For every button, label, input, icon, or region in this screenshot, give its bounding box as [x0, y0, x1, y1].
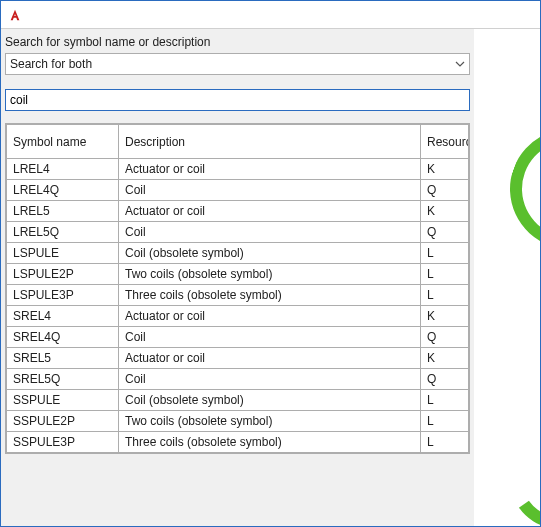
- cell-description: Actuator or coil: [119, 306, 421, 327]
- cell-symbol: LREL4: [7, 159, 119, 180]
- table-row[interactable]: SREL5QCoilQ: [7, 369, 469, 390]
- table-row[interactable]: SSPULECoil (obsolete symbol)L: [7, 390, 469, 411]
- preview-pane: [474, 29, 540, 526]
- preview-graphic-icon: [502, 421, 540, 526]
- table-row[interactable]: SREL4Actuator or coilK: [7, 306, 469, 327]
- table-row[interactable]: LREL5QCoilQ: [7, 222, 469, 243]
- cell-description: Three coils (obsolete symbol): [119, 432, 421, 453]
- cell-resource: Q: [421, 222, 469, 243]
- content-area: Search for symbol name or description Se…: [1, 29, 540, 526]
- cell-description: Actuator or coil: [119, 159, 421, 180]
- cell-resource: K: [421, 306, 469, 327]
- cell-resource: L: [421, 285, 469, 306]
- combo-value: Search for both: [10, 57, 92, 71]
- cell-description: Actuator or coil: [119, 201, 421, 222]
- cell-resource: K: [421, 201, 469, 222]
- cell-symbol: SREL5: [7, 348, 119, 369]
- table-row[interactable]: SSPULE3PThree coils (obsolete symbol)L: [7, 432, 469, 453]
- cell-symbol: SREL4Q: [7, 327, 119, 348]
- table-row[interactable]: LREL5Actuator or coilK: [7, 201, 469, 222]
- cell-symbol: LSPULE3P: [7, 285, 119, 306]
- cell-resource: L: [421, 243, 469, 264]
- spacer: [5, 75, 470, 89]
- cell-description: Coil: [119, 222, 421, 243]
- table-row[interactable]: LSPULE3PThree coils (obsolete symbol)L: [7, 285, 469, 306]
- cell-description: Two coils (obsolete symbol): [119, 411, 421, 432]
- cell-symbol: LREL4Q: [7, 180, 119, 201]
- table-row[interactable]: SREL4QCoilQ: [7, 327, 469, 348]
- cell-description: Actuator or coil: [119, 348, 421, 369]
- cell-symbol: SREL5Q: [7, 369, 119, 390]
- cell-resource: L: [421, 411, 469, 432]
- cell-description: Three coils (obsolete symbol): [119, 285, 421, 306]
- table-header-row: Symbol name Description Resource categor…: [7, 125, 469, 159]
- col-header-description[interactable]: Description: [119, 125, 421, 159]
- cell-symbol: LREL5: [7, 201, 119, 222]
- search-input[interactable]: [5, 89, 470, 111]
- cell-description: Coil (obsolete symbol): [119, 390, 421, 411]
- cell-resource: L: [421, 432, 469, 453]
- results-table-wrap: Symbol name Description Resource categor…: [5, 123, 470, 454]
- table-row[interactable]: SSPULE2PTwo coils (obsolete symbol)L: [7, 411, 469, 432]
- cell-resource: Q: [421, 327, 469, 348]
- table-row[interactable]: LSPULECoil (obsolete symbol)L: [7, 243, 469, 264]
- table-row[interactable]: SREL5Actuator or coilK: [7, 348, 469, 369]
- cell-description: Coil: [119, 369, 421, 390]
- titlebar: [1, 1, 540, 29]
- col-header-resource[interactable]: Resource category: [421, 125, 469, 159]
- cell-resource: Q: [421, 369, 469, 390]
- search-pane: Search for symbol name or description Se…: [1, 29, 474, 526]
- dialog-window: Search for symbol name or description Se…: [0, 0, 541, 527]
- cell-symbol: SREL4: [7, 306, 119, 327]
- cell-description: Two coils (obsolete symbol): [119, 264, 421, 285]
- search-label: Search for symbol name or description: [5, 33, 470, 53]
- cell-symbol: LSPULE: [7, 243, 119, 264]
- results-table: Symbol name Description Resource categor…: [6, 124, 469, 453]
- cell-resource: K: [421, 159, 469, 180]
- cell-symbol: LSPULE2P: [7, 264, 119, 285]
- cell-symbol: SSPULE3P: [7, 432, 119, 453]
- cell-description: Coil: [119, 180, 421, 201]
- table-row[interactable]: LSPULE2PTwo coils (obsolete symbol)L: [7, 264, 469, 285]
- search-scope-combo[interactable]: Search for both: [5, 53, 470, 75]
- table-row[interactable]: LREL4Actuator or coilK: [7, 159, 469, 180]
- autocad-icon: [7, 7, 23, 23]
- cell-resource: L: [421, 264, 469, 285]
- chevron-down-icon: [451, 54, 469, 74]
- cell-symbol: SSPULE: [7, 390, 119, 411]
- table-row[interactable]: LREL4QCoilQ: [7, 180, 469, 201]
- cell-resource: Q: [421, 180, 469, 201]
- cell-description: Coil (obsolete symbol): [119, 243, 421, 264]
- cell-symbol: LREL5Q: [7, 222, 119, 243]
- cell-symbol: SSPULE2P: [7, 411, 119, 432]
- cell-description: Coil: [119, 327, 421, 348]
- cell-resource: K: [421, 348, 469, 369]
- cell-resource: L: [421, 390, 469, 411]
- preview-graphic-icon: [493, 112, 540, 266]
- col-header-symbol[interactable]: Symbol name: [7, 125, 119, 159]
